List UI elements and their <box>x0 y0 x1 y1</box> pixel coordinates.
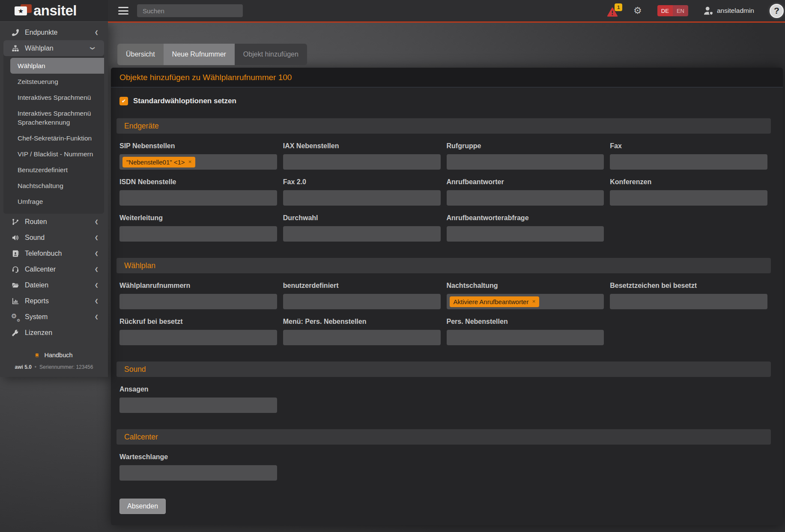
konferenzen-field[interactable] <box>610 190 767 206</box>
menu-toggle-button[interactable] <box>118 7 128 15</box>
submit-button[interactable]: Absenden <box>119 499 166 514</box>
form-field: Menü: Pers. Nebenstellen <box>283 318 441 345</box>
ansagen-field[interactable] <box>119 398 277 413</box>
manual-link[interactable]: Handbuch <box>35 352 72 359</box>
sidebar-footer: Handbuchawi 5.0•Seriennummer: 123456 <box>0 352 108 370</box>
form-field: Fax <box>610 142 767 170</box>
tab-objekt-hinzufügen[interactable]: Objekt hinzufügen <box>235 44 307 65</box>
sidebar-group-waehlplan: Wählplan❯WählplanZeitsteuerungInteraktiv… <box>3 40 104 214</box>
sidebar-item-label: Callcenter <box>25 266 56 273</box>
anrufbeantworter-field[interactable] <box>447 190 604 206</box>
ansitel-logo-icon: ★ <box>15 3 33 18</box>
sip-nebenstellen-field[interactable]: "Nebenstelle01" <1> × <box>119 154 277 170</box>
main-content: ÜbersichtNeue RufnummerObjekt hinzufügen… <box>108 23 785 532</box>
form-field: Fax 2.0 <box>283 178 441 206</box>
fax-field[interactable] <box>610 154 767 170</box>
page-title: Objekte hinzufügen zu Wählplanrufnummer … <box>119 73 292 82</box>
field-label: SIP Nebenstellen <box>119 142 277 151</box>
tag-remove-icon[interactable]: × <box>188 159 192 165</box>
search-input[interactable] <box>137 4 243 17</box>
selected-tag: Aktiviere Anrufbeantworter × <box>450 296 540 307</box>
chevron-left-icon: ❮ <box>95 282 98 288</box>
field-label: Pers. Nebenstellen <box>447 318 604 326</box>
form-field: ISDN Nebenstelle <box>119 178 277 206</box>
app-logo: ★ ansitel <box>0 0 108 21</box>
field-label: IAX Nebenstellen <box>283 142 441 151</box>
volume-icon <box>12 234 20 241</box>
sidebar-subitem-umfrage[interactable]: Umfrage <box>10 194 104 209</box>
help-button[interactable]: ? <box>770 4 784 18</box>
sidebar-subitem-wählplan[interactable]: Wählplan <box>10 58 104 74</box>
field-label: Anrufbeantworter <box>447 178 604 187</box>
tab-übersicht[interactable]: Übersicht <box>117 44 164 65</box>
warteschlange-field[interactable] <box>119 465 277 481</box>
sidebar-item-label: Routen <box>25 218 47 226</box>
lang-de-button[interactable]: DE <box>657 5 673 16</box>
sidebar-subitem-interaktives-sprachmenü-spracherkennung[interactable]: Interaktives Sprachmenü Spracherkennung <box>10 105 104 130</box>
field-label: Ansagen <box>119 386 277 394</box>
tab-neue-rufnummer[interactable]: Neue Rufnummer <box>164 44 235 65</box>
sidebar-item-telefonbuch[interactable]: Telefonbuch❮ <box>0 245 108 261</box>
section-header-sound: Sound <box>116 362 771 377</box>
sidebar-item-lizenzen[interactable]: Lizenzen <box>0 325 108 341</box>
sidebar-subitem-interaktives-sprachmenü[interactable]: Interaktives Sprachmenü <box>10 90 104 105</box>
lang-en-button[interactable]: EN <box>673 5 688 16</box>
form-field: SIP Nebenstellen"Nebenstelle01" <1> × <box>119 142 277 170</box>
fax-2-0-field[interactable] <box>283 190 441 206</box>
chevron-left-icon: ❮ <box>95 251 98 256</box>
form-field: Anrufbeantworterabfrage <box>447 214 604 242</box>
form-field: benutzerdefiniert <box>283 282 441 309</box>
nachtschaltung-field[interactable]: Aktiviere Anrufbeantworter × <box>447 294 604 309</box>
sidebar-item-callcenter[interactable]: Callcenter❮ <box>0 261 108 277</box>
checkbox-label: Standardwähloptionen setzen <box>133 97 236 105</box>
form-field: Ansagen <box>119 386 277 413</box>
anrufbeantworterabfrage-field[interactable] <box>447 226 604 242</box>
menü-pers-nebenstellen-field[interactable] <box>283 330 441 345</box>
iax-nebenstellen-field[interactable] <box>283 154 441 170</box>
field-label: Weiterleitung <box>119 214 277 223</box>
sidebar-item-waehlplan[interactable]: Wählplan❯ <box>3 40 104 56</box>
accent-line <box>108 21 785 23</box>
alerts-button[interactable]: 1 <box>607 5 619 16</box>
besetztzeichen-bei-besetzt-field[interactable] <box>610 294 767 309</box>
form-card: Objekte hinzufügen zu Wählplanrufnummer … <box>111 68 783 525</box>
standard-options-checkbox-row[interactable]: ✔ Standardwähloptionen setzen <box>119 97 236 105</box>
user-menu[interactable]: ansiteladmin <box>704 6 754 15</box>
weiterleitung-field[interactable] <box>119 226 277 242</box>
sidebar-item-system[interactable]: ⚙⚙System❮ <box>0 309 108 325</box>
benutzerdefiniert-field[interactable] <box>283 294 441 309</box>
tag-remove-icon[interactable]: × <box>532 299 535 305</box>
sidebar-item-label: Wählplan <box>25 45 54 52</box>
sidebar-item-reports[interactable]: Reports❮ <box>0 293 108 309</box>
sidebar-subitem-vip-blacklist-nummern[interactable]: VIP / Blacklist - Nummern <box>10 146 104 162</box>
card-header: Objekte hinzufügen zu Wählplanrufnummer … <box>111 68 783 87</box>
chevron-left-icon: ❮ <box>95 30 98 35</box>
sidebar-item-endpunkte[interactable]: Endpunkte❮ <box>0 24 108 40</box>
sidebar-subitem-chef-sekretärin-funktion[interactable]: Chef-Sekretärin-Funktion <box>10 130 104 146</box>
rufgruppe-field[interactable] <box>447 154 604 170</box>
sidebar-subitem-benutzerdefiniert[interactable]: Benutzerdefiniert <box>10 162 104 178</box>
field-label: Besetztzeichen bei besetzt <box>610 282 767 290</box>
sidebar-item-sound[interactable]: Sound❮ <box>0 230 108 245</box>
wählplanrufnummern-field[interactable] <box>119 294 277 309</box>
sidebar-subitem-nachtschaltung[interactable]: Nachtschaltung <box>10 178 104 194</box>
sidebar-item-label: Reports <box>25 297 49 305</box>
settings-gear-icon[interactable]: ⚙ <box>633 6 642 15</box>
sidebar-subitem-zeitsteuerung[interactable]: Zeitsteuerung <box>10 74 104 90</box>
address-book-icon <box>12 250 20 257</box>
rückruf-bei-besetzt-field[interactable] <box>119 330 277 345</box>
checkbox-checked-icon[interactable]: ✔ <box>119 97 128 105</box>
chart-bar-icon <box>12 298 20 305</box>
field-grid: SIP Nebenstellen"Nebenstelle01" <1> ×IAX… <box>119 134 767 242</box>
user-shield-icon <box>704 6 713 15</box>
sidebar-item-label: Telefonbuch <box>25 250 62 257</box>
sidebar-item-dateien[interactable]: Dateien❮ <box>0 277 108 293</box>
field-label: Fax <box>610 142 767 151</box>
sidebar-item-routen[interactable]: Routen❮ <box>0 214 108 230</box>
manual-label: Handbuch <box>44 352 72 359</box>
isdn-nebenstelle-field[interactable] <box>119 190 277 206</box>
sitemap-icon <box>12 45 20 52</box>
durchwahl-field[interactable] <box>283 226 441 242</box>
pers-nebenstellen-field[interactable] <box>447 330 604 345</box>
chevron-down-icon: ❯ <box>90 46 96 50</box>
